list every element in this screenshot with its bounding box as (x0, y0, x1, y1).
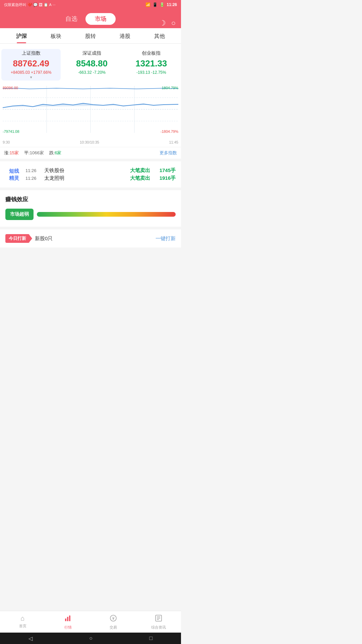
gauge-badge: 市场超弱 (5, 209, 34, 220)
chart-svg[interactable] (3, 86, 178, 133)
chart-time-mid: 10:30/10:35 (80, 140, 99, 144)
secondary-nav: 沪深 板块 股转 港股 其他 (0, 28, 181, 44)
sim-icon: 📱 (153, 2, 158, 7)
ipo-action-button[interactable]: 一键打新 (156, 235, 176, 242)
shortline-section: 短线精灵 11:26 天铁股份 大笔卖出 1745手 11:26 太龙照明 大笔… (0, 161, 181, 187)
fall-label: 跌:6家 (49, 150, 62, 156)
stats-row: 涨:15家 平:1066家 跌:6家 更多指数 (0, 147, 181, 159)
emergency-text: 仅限紧急呼叫 (4, 2, 26, 7)
status-bar: 仅限紧急呼叫 ❤️ 💬 🖼 📋 A ··· 📶 📱 🔋 11:26 (0, 0, 181, 9)
ipo-main-text: 新股0只 (35, 235, 53, 242)
clock: 11:26 (167, 2, 177, 7)
moon-icon[interactable]: ☽ (159, 19, 166, 28)
sec-nav-bankuai[interactable]: 板块 (39, 28, 73, 43)
battery-icon: 🔋 (160, 2, 165, 7)
chart-label-top-left: 89096.00 (3, 86, 18, 90)
shortline-stock-1: 太龙照明 (44, 175, 130, 181)
fall-count: 6家 (55, 150, 61, 155)
index-card-2[interactable]: 创业板指 1321.33 -193.13 -12.75% (122, 49, 181, 80)
money-effect-section: 赚钱效应 市场超弱 (0, 190, 181, 227)
ipo-badge: 今日打新 (5, 234, 29, 243)
chart-label-bottom-left: -79741.08 (3, 129, 19, 133)
index-card-0[interactable]: 上证指数 88762.49 +84085.03 +1797.66% ▼ (1, 49, 61, 80)
shortline-action-1: 大笔卖出 (130, 175, 150, 181)
rise-count: 15家 (10, 150, 19, 155)
nav-zixuan[interactable]: 自选 (65, 15, 77, 23)
chart-time-start: 9:30 (3, 140, 10, 144)
sec-nav-hushen[interactable]: 沪深 (4, 28, 39, 43)
sec-nav-guzhuang[interactable]: 股转 (73, 28, 108, 43)
shortline-volume-1: 1916手 (156, 175, 176, 181)
index-cards: 上证指数 88762.49 +84085.03 +1797.66% ▼ 深证成指… (0, 44, 181, 85)
chart-area: 89096.00 1804.79% -79741.08 -1804 (0, 85, 181, 147)
chart-label-bottom-right: -1804.79% (161, 129, 178, 133)
shortline-row-1[interactable]: 11:26 太龙照明 大笔卖出 1916手 (25, 175, 176, 181)
rise-label: 涨:15家 (4, 150, 19, 156)
shortline-row-0[interactable]: 11:26 天铁股份 大笔卖出 1745手 (25, 167, 176, 174)
shortline-badge: 短线精灵 (5, 167, 23, 181)
flat-count: 1066家 (30, 150, 44, 155)
index-card-1[interactable]: 深证成指 8548.80 -663.32 -7.20% (62, 49, 121, 80)
sec-nav-qita[interactable]: 其他 (142, 28, 177, 43)
sec-nav-ganggu[interactable]: 港股 (108, 28, 142, 43)
wifi-icon: 📶 (145, 2, 150, 7)
shortline-time-0: 11:26 (25, 168, 40, 173)
shortline-time-1: 11:26 (25, 176, 40, 181)
top-nav: 自选 市场 ☽ ○ (0, 9, 181, 28)
search-icon[interactable]: ○ (171, 19, 176, 28)
gauge-bar (37, 212, 176, 217)
chart-time-end: 11:45 (169, 140, 178, 144)
status-icons: ❤️ 💬 🖼 📋 A ··· (27, 3, 56, 7)
shortline-volume-0: 1745手 (156, 167, 176, 174)
ipo-section: 今日打新 新股0只 一键打新 (0, 229, 181, 248)
more-indices-link[interactable]: 更多指数 (160, 150, 177, 156)
flat-label: 平:1066家 (24, 150, 44, 156)
shortline-stock-0: 天铁股份 (44, 167, 130, 174)
nav-shichang[interactable]: 市场 (85, 13, 116, 25)
chart-label-top-right: 1804.79% (162, 86, 178, 90)
shortline-action-0: 大笔卖出 (130, 167, 150, 174)
money-effect-title: 赚钱效应 (5, 196, 176, 203)
